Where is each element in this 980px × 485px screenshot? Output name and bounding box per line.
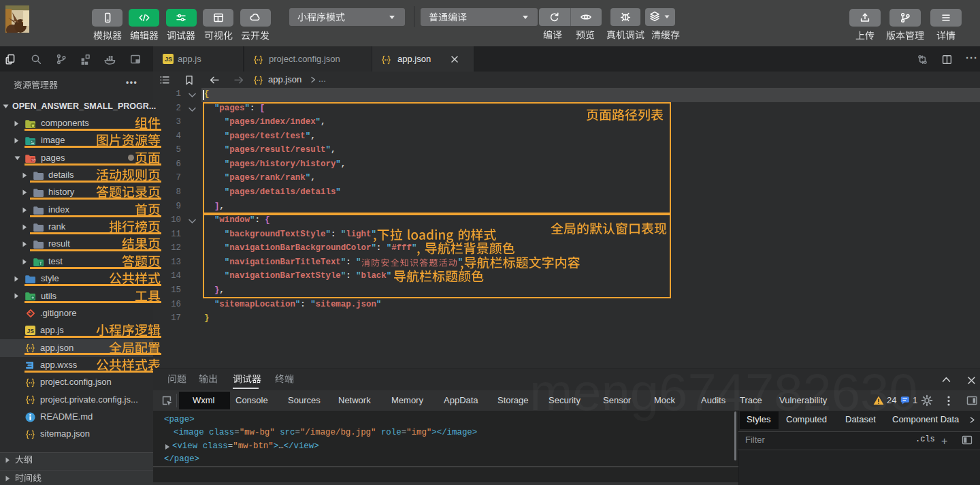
- svg-text:SH: SH: [31, 158, 35, 161]
